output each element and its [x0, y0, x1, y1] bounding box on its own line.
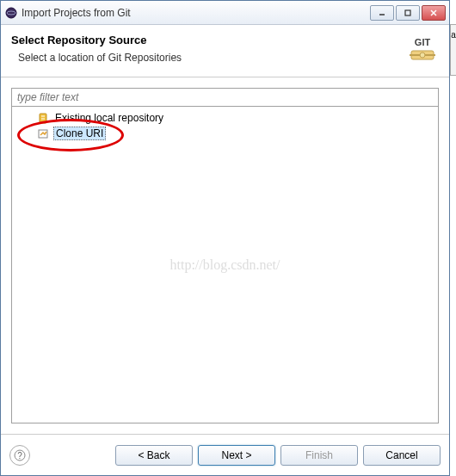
finish-button[interactable]: Finish	[280, 445, 358, 466]
button-bar: ? < Back Next > Finish Cancel	[1, 434, 449, 475]
svg-point-0	[6, 8, 16, 18]
wizard-header: Select Repository Source Select a locati…	[1, 25, 449, 77]
git-icon: GIT	[406, 34, 439, 66]
tree-item-label: Clone URI	[53, 127, 106, 140]
tree-item-existing-local[interactable]: Existing local repository	[12, 110, 438, 126]
eclipse-icon	[4, 6, 18, 20]
help-button[interactable]: ?	[9, 445, 30, 466]
next-button[interactable]: Next >	[198, 445, 275, 466]
svg-rect-13	[39, 130, 47, 138]
svg-rect-3	[405, 10, 410, 15]
watermark-text: http://blog.csdn.net/	[170, 257, 280, 273]
clone-icon	[36, 127, 50, 140]
edge-fragment: a	[450, 24, 456, 76]
titlebar: Import Projects from Git	[1, 1, 449, 25]
minimize-button[interactable]	[370, 5, 394, 21]
content-area: Existing local repository Clone URI http…	[1, 77, 449, 434]
window-controls	[370, 5, 446, 21]
dialog-window: Import Projects from Git Select Reposito…	[0, 0, 450, 476]
page-title: Select Repository Source	[11, 34, 399, 46]
filter-input[interactable]	[11, 88, 439, 107]
tree-item-clone-uri[interactable]: Clone URI	[12, 126, 438, 141]
svg-text:?: ?	[17, 451, 22, 461]
repository-source-tree[interactable]: Existing local repository Clone URI http…	[11, 107, 439, 423]
tree-item-label: Existing local repository	[53, 112, 165, 124]
back-button[interactable]: < Back	[115, 445, 193, 466]
maximize-button[interactable]	[396, 5, 420, 21]
cancel-button[interactable]: Cancel	[363, 445, 441, 466]
repository-icon	[36, 111, 50, 125]
page-subtitle: Select a location of Git Repositories	[18, 52, 399, 64]
close-button[interactable]	[422, 5, 446, 21]
window-title: Import Projects from Git	[22, 7, 370, 19]
svg-point-9	[420, 53, 425, 58]
svg-text:GIT: GIT	[415, 37, 431, 47]
